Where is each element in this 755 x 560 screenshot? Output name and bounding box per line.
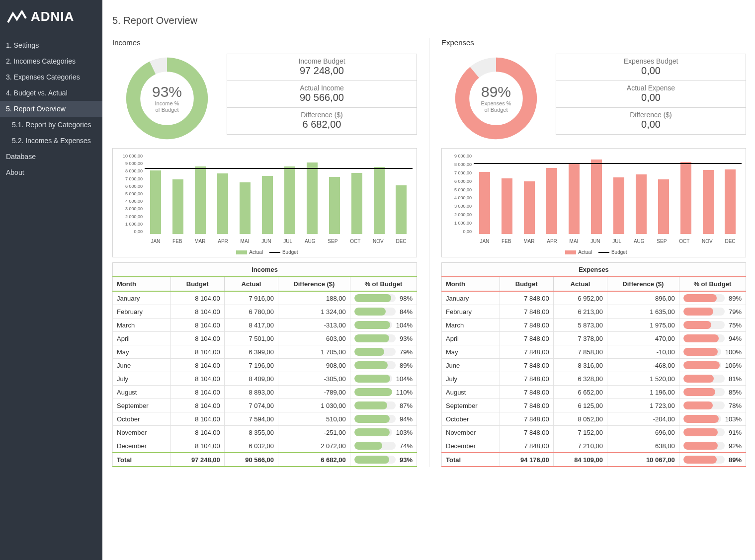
bar [613,177,624,234]
cell-budget: 8 104,00 [170,359,224,372]
cell-pct: 79% [350,345,417,359]
cell-pct: 103% [679,412,746,426]
bar [703,170,714,234]
x-tick-label: SEP [657,239,667,244]
expenses-budget-value: 0,00 [556,65,746,77]
cell-diff: -468,00 [607,359,679,372]
y-tick-label: 9 000,00 [444,154,472,159]
y-tick-label: 6 000,00 [444,179,472,184]
cell-diff: 1 196,00 [607,386,679,399]
cell-actual: 90 566,00 [224,453,278,467]
expenses-donut-sub2: of Budget [481,107,511,113]
cell-diff: 896,00 [607,291,679,305]
x-tick-label: FEB [172,239,182,244]
expenses-donut-sub1: Expenses % [481,100,511,107]
cell-diff: 638,00 [607,439,679,453]
cell-budget: 8 104,00 [170,319,224,332]
table-row: September7 848,006 125,001 723,0078% [442,399,746,412]
legend-budget-label: Budget [611,249,627,255]
cell-pct: 93% [350,453,417,467]
col-actual: Actual [224,277,278,291]
cell-pct: 87% [350,399,417,412]
cell-month: October [113,412,171,426]
cell-pct: 91% [679,426,746,439]
cell-budget: 7 848,00 [500,399,553,412]
cell-actual: 6 328,00 [553,372,607,386]
cell-budget: 7 848,00 [500,319,553,332]
cell-diff: 1 030,00 [278,399,350,412]
cell-budget: 8 104,00 [170,291,224,305]
y-tick-label: 5 000,00 [115,191,143,196]
x-tick-label: MAI [241,239,250,244]
legend-budget-swatch [598,252,609,253]
legend-actual-swatch [236,250,247,254]
incomes-table-title: Incomes [113,263,417,277]
table-row: October8 104,007 594,00510,0094% [113,412,417,426]
cell-actual: 84 109,00 [553,453,607,467]
sidebar-item[interactable]: 1. Settings [0,37,102,53]
cell-actual: 6 125,00 [553,399,607,412]
cell-month: September [113,399,171,412]
cell-budget: 7 848,00 [500,359,553,372]
col-diff: Difference ($) [607,277,679,291]
col-month: Month [113,277,171,291]
cell-diff: 510,00 [278,412,350,426]
bar [284,166,295,234]
cell-diff: 696,00 [607,426,679,439]
sidebar-item[interactable]: Database [0,149,102,164]
cell-pct: 94% [679,332,746,345]
sidebar-item[interactable]: 2. Incomes Categories [0,53,102,69]
cell-budget: 7 848,00 [500,332,553,345]
sidebar-item[interactable]: 5.1. Report by Categories [0,117,102,133]
cell-actual: 8 417,00 [224,319,278,332]
cell-budget: 7 848,00 [500,372,553,386]
bar [351,173,362,234]
sidebar-item[interactable]: 5.2. Incomes & Expenses [0,133,102,149]
cell-month: May [113,345,171,359]
cell-budget: 97 248,00 [170,453,224,467]
x-tick-label: NOV [702,239,713,244]
incomes-panel: Incomes 93% Income % of Budget [112,38,417,467]
cell-diff: 10 067,00 [607,453,679,467]
cell-actual: 7 152,00 [553,426,607,439]
incomes-donut-sub2: of Budget [152,107,182,113]
cell-pct: 94% [350,412,417,426]
cell-budget: 8 104,00 [170,412,224,426]
cell-budget: 8 104,00 [170,386,224,399]
cell-month: August [442,386,500,399]
sidebar-item[interactable]: About [0,164,102,180]
table-row: July8 104,008 409,00-305,00104% [113,372,417,386]
expenses-donut: 89% Expenses % of Budget [441,54,551,143]
incomes-stats: Income Budget97 248,00 Actual Income90 5… [227,54,417,135]
bar [329,177,340,234]
expenses-barchart: 0,001 000,002 000,003 000,004 000,005 00… [441,148,746,257]
y-tick-label: 1 000,00 [444,221,472,226]
x-tick-label: APR [218,239,228,244]
incomes-title: Incomes [112,38,417,47]
sidebar-item[interactable]: 3. Expenses Categories [0,69,102,85]
expenses-donut-pct: 89% [481,83,511,100]
table-total-row: Total97 248,0090 566,006 682,0093% [113,453,417,467]
cell-actual: 6 032,00 [224,439,278,453]
table-row: January8 104,007 916,00188,0098% [113,291,417,305]
cell-actual: 7 074,00 [224,399,278,412]
cell-pct: 89% [679,291,746,305]
cell-budget: 8 104,00 [170,345,224,359]
sidebar-item[interactable]: 5. Report Overview [0,101,102,117]
cell-budget: 8 104,00 [170,332,224,345]
bar [502,178,512,234]
sidebar-item[interactable]: 4. Budget vs. Actual [0,85,102,101]
cell-pct: 104% [350,372,417,386]
sidebar: ADNIA 1. Settings2. Incomes Categories3.… [0,0,102,560]
page-title: 5. Report Overview [112,15,746,26]
cell-diff: -10,00 [607,345,679,359]
col-pct: % of Budget [350,277,417,291]
bar [150,170,161,234]
cell-budget: 8 104,00 [170,372,224,386]
y-tick-label: 0,00 [115,229,143,234]
y-tick-label: 8 000,00 [115,168,143,173]
cell-total-label: Total [442,453,500,467]
x-tick-label: OCT [679,239,689,244]
table-row: January7 848,006 952,00896,0089% [442,291,746,305]
x-tick-label: DEC [396,239,406,244]
